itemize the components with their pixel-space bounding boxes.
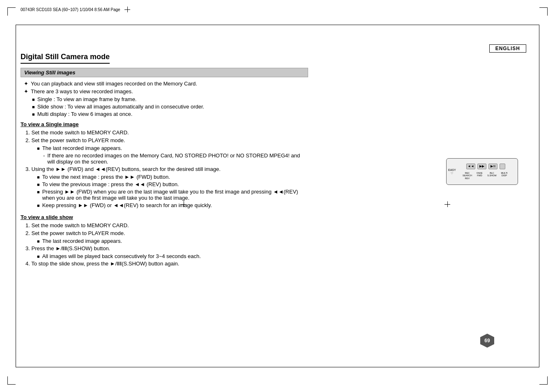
square-icon-s3d: ■ — [37, 203, 40, 208]
page-number-container: 69 — [480, 334, 494, 348]
btn-fwd: ▶▶ — [477, 164, 486, 169]
button-diagram: EASY♡ ◄◄ ▶▶ ▶/II REC SEARCHREV FADEFWD B… — [446, 158, 518, 185]
label-blc: BLCS.SHOW — [487, 172, 497, 180]
label-fade: FADEFWD — [474, 172, 485, 180]
section-header: Viewing Still images — [21, 68, 308, 77]
btn-stop — [500, 164, 505, 169]
single-step2-dash: - If there are no recorded images on the… — [43, 152, 308, 165]
right-border-line — [539, 25, 539, 367]
file-info-bar: 00743R SCD103 SEA (60~107) 1/10/04 8:56 … — [21, 7, 130, 12]
btn-rev: ◄◄ — [466, 164, 475, 169]
diagram-buttons-row: ◄◄ ▶▶ ▶/II — [466, 164, 505, 169]
square-icon-s3a: ■ — [37, 175, 40, 180]
slide-step-4: 4. To stop the slide show, press the ►/Ⅱ… — [25, 261, 308, 267]
btn-sshow-shape: ▶/II — [488, 164, 497, 169]
crosshair-top — [124, 7, 130, 12]
file-info-text: 00743R SCD103 SEA (60~107) 1/10/04 8:56 … — [21, 7, 120, 12]
label-recsearch: REC SEARCHREV — [462, 172, 473, 180]
corner-mark-tr — [539, 7, 548, 16]
single-step-2: 2. Set the power switch to PLAYER mode. — [25, 137, 308, 143]
crosshair-bottom-right — [444, 201, 450, 207]
slide-step3-bullet: ■ All images will be played back consecu… — [37, 253, 308, 259]
square-icon-sl2: ■ — [37, 239, 40, 244]
cross-icon-1: ✦ — [24, 81, 28, 87]
square-icon-3: ■ — [32, 112, 35, 117]
single-step3-bullet-1: ■ To view the next image : press the ►► … — [37, 174, 308, 180]
diagram-labels-row: REC SEARCHREV FADEFWD BLCS.SHOW MULTI DI… — [462, 172, 510, 180]
top-border-line — [16, 25, 539, 25]
corner-mark-br — [539, 376, 548, 385]
label-multidisp: MULTI DISP — [499, 172, 510, 180]
slide-step-1: 1. Set the mode switch to MEMORY CARD. — [25, 222, 308, 228]
square-icon-sl3: ■ — [37, 254, 40, 259]
main-content: Digital Still Camera mode Viewing Still … — [21, 53, 308, 268]
diagram-easy-label: EASY♡ — [448, 168, 456, 175]
single-step3-bullet-2: ■ To view the previous image : press the… — [37, 181, 308, 187]
slide-step2-bullet: ■ The last recorded image appears. — [37, 238, 308, 244]
btn-fwd-shape: ▶▶ — [477, 164, 486, 169]
slide-step-3: 3. Press the ►/ⅡⅡ(S.SHOW) button. — [25, 245, 308, 251]
sub-bullet-3: ■ Multi display : To view 6 images at on… — [32, 111, 308, 117]
single-step2-bullet: ■ The last recorded image appears. — [37, 145, 308, 151]
single-step-3: 3. Using the ►► (FWD) and ◄◄(REV) button… — [25, 166, 308, 172]
square-icon-2: ■ — [32, 104, 35, 109]
btn-sshow: ▶/II — [488, 164, 497, 169]
intro-bullet-1: ✦ You can playback and view still images… — [24, 81, 308, 87]
corner-mark-tl — [7, 7, 16, 16]
intro-bullet-2: ✦ There are 3 ways to view recorded imag… — [24, 88, 308, 95]
single-image-heading: To view a Single image — [21, 121, 308, 127]
single-step3-bullet-3: ■ Pressing ►► (FWD) when you are on the … — [37, 189, 308, 201]
btn-rev-shape: ◄◄ — [466, 164, 475, 169]
square-icon-s3c: ■ — [37, 189, 40, 194]
corner-mark-bl — [7, 376, 16, 385]
sub-bullet-1: ■ Single : To view an image frame by fra… — [32, 96, 308, 102]
page-number-badge: 69 — [480, 334, 494, 348]
sub-bullet-2: ■ Slide show : To view all images automa… — [32, 104, 308, 110]
square-icon-s3b: ■ — [37, 182, 40, 187]
single-step-1: 1. Set the mode switch to MEMORY CARD. — [25, 129, 308, 136]
bottom-border-line — [16, 367, 539, 367]
slide-step-2: 2. Set the power switch to PLAYER mode. — [25, 230, 308, 236]
slide-show-heading: To view a slide show — [21, 214, 308, 220]
square-icon-s2: ■ — [37, 146, 40, 151]
cross-icon-2: ✦ — [24, 88, 28, 95]
btn-stop-shape — [500, 164, 505, 169]
page-title: Digital Still Camera mode — [21, 53, 110, 64]
single-step3-bullet-4: ■ Keep pressing ►► (FWD) or ◄◄(REV) to s… — [37, 202, 308, 208]
left-border-line — [16, 25, 16, 367]
dash-icon: - — [43, 152, 45, 165]
english-badge: ENGLISH — [489, 44, 526, 53]
page-container: 00743R SCD103 SEA (60~107) 1/10/04 8:56 … — [0, 0, 555, 392]
square-icon-1: ■ — [32, 97, 35, 102]
